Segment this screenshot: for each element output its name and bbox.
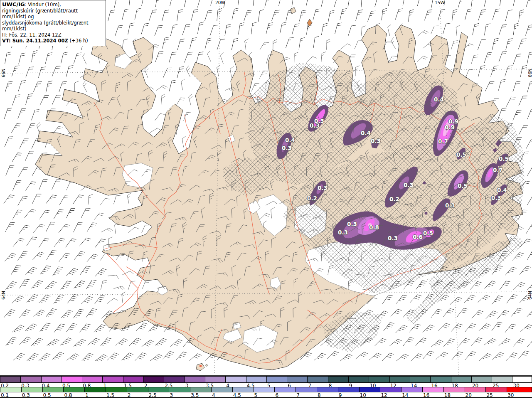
precip-value-label: 0.4 bbox=[434, 96, 444, 103]
scale-segment bbox=[328, 377, 349, 382]
scale-labels-bottom: 0.10.30.50.811.522.533.544.5567891012141… bbox=[0, 392, 532, 397]
scale-segment bbox=[123, 377, 144, 382]
scale-label: 10 bbox=[360, 392, 366, 398]
map-scale-separator bbox=[0, 375, 532, 376]
precip-value-label: 0.7 bbox=[493, 167, 503, 173]
scale-label: 3 bbox=[170, 392, 173, 398]
scale-segment bbox=[127, 387, 148, 392]
scale-label: 1.5 bbox=[106, 392, 114, 398]
title-box: UWC/IG: Vindur (10m), rigning/skúrir (gr… bbox=[0, 0, 106, 46]
product-code: UWC/IG bbox=[2, 1, 25, 7]
scale-segment bbox=[144, 377, 164, 382]
scale-label: 2 bbox=[128, 392, 131, 398]
precip-value-label: 0.5 bbox=[423, 230, 433, 236]
town-marker bbox=[200, 365, 202, 367]
scale-segment-tail bbox=[507, 387, 532, 392]
scale-segment bbox=[212, 387, 233, 392]
scale-label: 2.5 bbox=[149, 392, 157, 398]
scale-label: 12 bbox=[381, 392, 387, 398]
precip-value-label: 0.3 bbox=[318, 185, 328, 191]
title-line-3: slydda/snjókoma (grátt/bleikt/grænt - mm… bbox=[2, 20, 103, 32]
parallel-label-66n-left: 66N bbox=[1, 69, 6, 77]
precip-value-label: 0.5 bbox=[458, 182, 468, 189]
precip-value-label: 0.5 bbox=[499, 155, 509, 162]
scale-segment bbox=[22, 387, 43, 392]
meridian-label-15w: 15W bbox=[435, 0, 445, 5]
scale-segment bbox=[62, 377, 82, 382]
title-line-4: IT: Fös. 22. 11. 2024 12Z bbox=[2, 32, 103, 38]
precip-value-label: 0.3 bbox=[347, 221, 357, 227]
precip-value-label: 0.7 bbox=[438, 138, 448, 145]
scale-segment bbox=[338, 387, 360, 392]
precip-value-label: 0.3 bbox=[388, 235, 398, 241]
scale-label: 9 bbox=[339, 392, 342, 398]
scale-segment bbox=[64, 387, 85, 392]
precip-value-label: 0.3 bbox=[445, 202, 455, 209]
scale-segment bbox=[486, 387, 507, 392]
scale-segment bbox=[0, 377, 21, 382]
scale-label: 14 bbox=[402, 392, 408, 398]
scale-label: 30 bbox=[507, 392, 514, 398]
precip-value-label: 0.6 bbox=[413, 234, 423, 240]
parallel-label-66n-right: 66N bbox=[527, 69, 532, 77]
scale-label: 20 bbox=[466, 392, 472, 398]
scale-segment bbox=[472, 377, 492, 382]
precip-value-label: 0.4 bbox=[285, 137, 295, 143]
scale-segment bbox=[390, 377, 410, 382]
scale-bar-top bbox=[0, 376, 532, 383]
scale-segment bbox=[308, 377, 328, 382]
title-line-5: VT: Sun. 24.11.2024 00Z (+36 h) bbox=[2, 38, 103, 44]
scale-segment bbox=[287, 377, 308, 382]
bottom-frame-line bbox=[0, 397, 532, 398]
scale-label: 16 bbox=[423, 392, 429, 398]
scale-segment bbox=[451, 377, 472, 382]
precip-value-label: 0.8 bbox=[369, 224, 379, 231]
parallel-label-64n-left: 64N bbox=[1, 291, 6, 300]
scale-segment bbox=[43, 387, 64, 392]
scale-segment bbox=[148, 387, 170, 392]
scale-segment bbox=[185, 377, 205, 382]
weather-map-page: UWC/IG: Vindur (10m), rigning/skúrir (gr… bbox=[0, 0, 532, 399]
scale-label: 5 bbox=[254, 392, 258, 398]
scale-segment bbox=[205, 377, 226, 382]
precip-value-label: 0.5 bbox=[456, 151, 466, 158]
scale-segment bbox=[226, 377, 246, 382]
scale-label: 4 bbox=[212, 392, 215, 398]
scale-label: 25 bbox=[486, 392, 493, 398]
scale-segment bbox=[410, 377, 431, 382]
scale-segment bbox=[254, 387, 275, 392]
precip-value-label: 0.4 bbox=[497, 187, 507, 193]
scale-label: 6 bbox=[275, 392, 278, 398]
scale-segment bbox=[380, 387, 401, 392]
meridian-label-20w: 20W bbox=[215, 0, 225, 5]
scale-segment bbox=[103, 377, 123, 382]
scale-segment bbox=[246, 377, 267, 382]
parallel-label-64n-right: 64N bbox=[527, 291, 532, 300]
scale-label: 4.5 bbox=[233, 392, 241, 398]
title-line-1: UWC/IG: Vindur (10m), bbox=[2, 2, 103, 8]
scale-label: 8 bbox=[318, 392, 321, 398]
scale-segment bbox=[106, 387, 127, 392]
precip-value-label: 0.9 bbox=[445, 124, 455, 131]
precip-value-label: 0.3 bbox=[491, 195, 501, 201]
precip-value-label: 0.3 bbox=[338, 229, 348, 236]
scale-label: 1 bbox=[85, 392, 89, 398]
scale-label: 18 bbox=[444, 392, 451, 398]
title-line-2: rigning/skúrir (grænt/blátt/rautt - mm/1… bbox=[2, 8, 103, 20]
scale-segment bbox=[296, 387, 317, 392]
scale-segment bbox=[233, 387, 254, 392]
scale-segment bbox=[267, 377, 287, 382]
precip-value-label: 0.4 bbox=[361, 130, 371, 136]
scale-label: 0.3 bbox=[22, 392, 30, 398]
scale-segment bbox=[349, 377, 369, 382]
scale-segment bbox=[431, 377, 451, 382]
scale-segment bbox=[0, 387, 22, 392]
precip-value-label: 0.2 bbox=[307, 195, 317, 202]
scale-segment bbox=[21, 377, 41, 382]
scale-segment bbox=[401, 387, 423, 392]
scale-bar-bottom bbox=[0, 387, 532, 392]
scale-segment bbox=[164, 377, 185, 382]
precip-value-label: 0.3 bbox=[404, 182, 414, 188]
scale-segment bbox=[360, 387, 381, 392]
scale-segment bbox=[369, 377, 389, 382]
